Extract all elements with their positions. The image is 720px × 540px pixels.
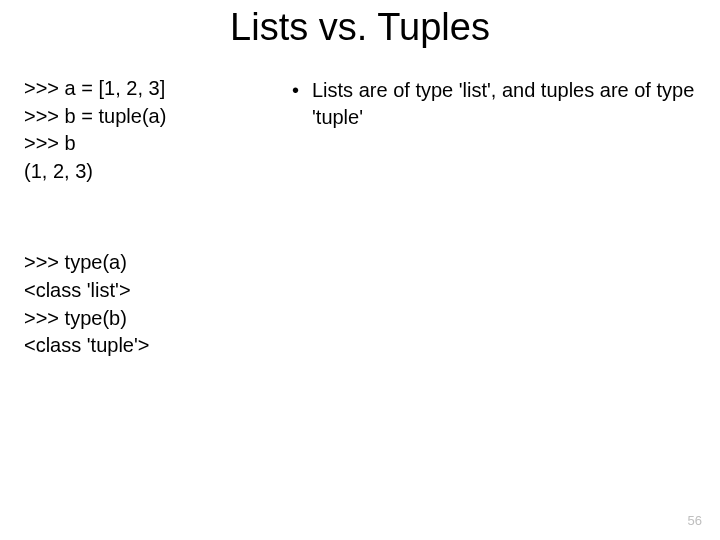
code-line: >>> type(b) xyxy=(24,305,254,333)
code-line: >>> b = tuple(a) xyxy=(24,103,254,131)
code-block-1: >>> a = [1, 2, 3] >>> b = tuple(a) >>> b… xyxy=(24,75,254,185)
code-line: <class 'tuple'> xyxy=(24,332,254,360)
code-line: >>> type(a) xyxy=(24,249,254,277)
slide-title: Lists vs. Tuples xyxy=(0,0,720,59)
code-line: <class 'list'> xyxy=(24,277,254,305)
bullets-column: • Lists are of type 'list', and tuples a… xyxy=(254,75,696,360)
page-number: 56 xyxy=(688,513,702,528)
bullet-item: • Lists are of type 'list', and tuples a… xyxy=(288,77,696,131)
code-line: >>> b xyxy=(24,130,254,158)
code-line: (1, 2, 3) xyxy=(24,158,254,186)
bullet-dot-icon: • xyxy=(288,77,312,131)
bullet-text: Lists are of type 'list', and tuples are… xyxy=(312,77,696,131)
code-column: >>> a = [1, 2, 3] >>> b = tuple(a) >>> b… xyxy=(24,75,254,360)
code-line: >>> a = [1, 2, 3] xyxy=(24,75,254,103)
content-row: >>> a = [1, 2, 3] >>> b = tuple(a) >>> b… xyxy=(0,59,720,360)
code-block-2: >>> type(a) <class 'list'> >>> type(b) <… xyxy=(24,249,254,359)
